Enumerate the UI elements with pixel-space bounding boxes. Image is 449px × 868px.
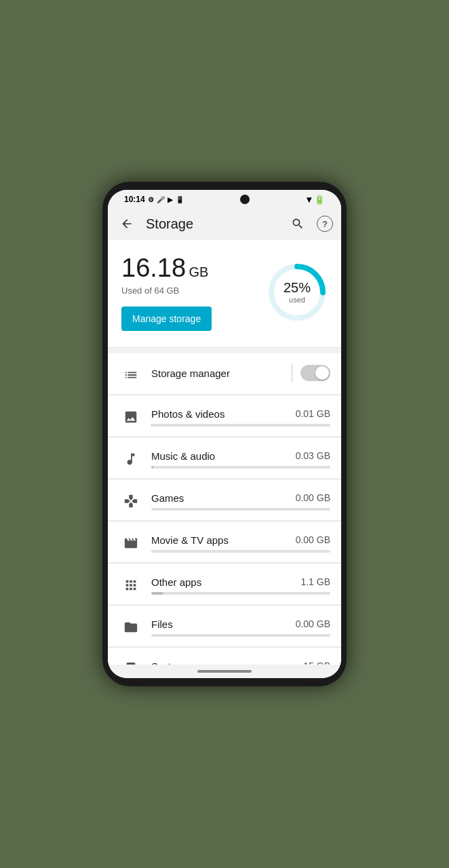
list-item-files[interactable]: Files 0.00 GB (108, 606, 341, 647)
donut-percent: 25% (284, 279, 311, 296)
storage-donut-chart: 25% used (267, 262, 328, 323)
files-progress-bg (151, 634, 330, 637)
other-apps-progress-bg (151, 592, 330, 595)
status-left: 10:14 ⚙ 🎤 ▶ 📱 (124, 195, 184, 204)
back-button[interactable] (116, 213, 138, 235)
phone-frame: 10:14 ⚙ 🎤 ▶ 📱 ▾ 🔋 Storage (102, 182, 347, 686)
help-button[interactable]: ? (317, 216, 333, 232)
phone-screen: 10:14 ⚙ 🎤 ▶ 📱 ▾ 🔋 Storage (108, 190, 341, 678)
photos-icon (119, 405, 143, 429)
app-bar: Storage ? (108, 208, 341, 240)
music-content: Music & audio 0.03 GB (151, 450, 330, 469)
camera-notch (240, 195, 250, 204)
storage-used-gb: 16.18 (121, 254, 186, 282)
list-item-storage-manager[interactable]: Storage manager (108, 353, 341, 395)
music-progress-bg (151, 466, 330, 469)
list-item-music[interactable]: Music & audio 0.03 GB (108, 437, 341, 479)
movies-size: 0.00 GB (296, 534, 330, 545)
other-apps-progress-fill (151, 592, 163, 595)
divider-top (108, 347, 341, 348)
search-button[interactable] (287, 213, 309, 235)
storage-manager-toggle[interactable] (300, 365, 330, 381)
movies-row: Movie & TV apps 0.00 GB (151, 534, 330, 546)
storage-manager-content: Storage manager (151, 363, 330, 387)
list-item-other-apps[interactable]: Other apps 1.1 GB (108, 564, 341, 605)
status-right: ▾ 🔋 (307, 194, 325, 205)
manage-storage-button[interactable]: Manage storage (121, 307, 212, 331)
list-item-system[interactable]: System 15 GB (108, 648, 341, 665)
page-title: Storage (146, 216, 279, 232)
list-item-photos[interactable]: Photos & videos 0.01 GB (108, 395, 341, 437)
storage-manager-name: Storage manager (151, 368, 230, 379)
storage-used-unit: GB (189, 264, 209, 279)
status-bar: 10:14 ⚙ 🎤 ▶ 📱 ▾ 🔋 (108, 190, 341, 208)
photos-size: 0.01 GB (296, 408, 330, 419)
music-icon (119, 447, 143, 471)
status-time: 10:14 (124, 195, 145, 204)
play-icon: ▶ (168, 196, 173, 203)
music-row: Music & audio 0.03 GB (151, 450, 330, 462)
list-item-movies[interactable]: Movie & TV apps 0.00 GB (108, 521, 341, 563)
photos-progress-bg (151, 424, 330, 427)
photos-progress-fill (151, 424, 152, 427)
games-size: 0.00 GB (296, 492, 330, 503)
storage-manager-row: Storage manager (151, 363, 330, 382)
storage-total-text: Used of 64 GB (121, 285, 212, 296)
storage-list: Storage manager (108, 353, 341, 665)
wifi-icon: ▾ (307, 194, 311, 205)
games-icon (119, 489, 143, 513)
phone-icon: 📱 (176, 196, 184, 203)
files-icon (119, 615, 143, 639)
games-content: Games 0.00 GB (151, 492, 330, 511)
music-size: 0.03 GB (296, 450, 330, 461)
apps-icon (119, 573, 143, 597)
toggle-row (284, 363, 330, 382)
movies-name: Movie & TV apps (151, 534, 229, 546)
storage-info: 16.18 GB Used of 64 GB Manage storage (121, 254, 212, 331)
other-apps-row: Other apps 1.1 GB (151, 576, 330, 588)
movies-progress-bg (151, 550, 330, 553)
donut-label: used (284, 296, 311, 304)
games-row: Games 0.00 GB (151, 492, 330, 504)
home-indicator (108, 665, 341, 678)
gear-icon: ⚙ (148, 196, 154, 203)
other-apps-content: Other apps 1.1 GB (151, 576, 330, 595)
list-icon (119, 363, 143, 387)
photos-row: Photos & videos 0.01 GB (151, 408, 330, 420)
storage-used-display: 16.18 GB (121, 254, 212, 283)
system-icon (119, 657, 143, 665)
music-progress-fill (151, 466, 153, 469)
music-name: Music & audio (151, 450, 215, 462)
movies-content: Movie & TV apps 0.00 GB (151, 534, 330, 553)
donut-text: 25% used (284, 279, 311, 304)
photos-name: Photos & videos (151, 408, 224, 420)
mic-icon: 🎤 (157, 196, 165, 203)
games-name: Games (151, 492, 184, 504)
files-content: Files 0.00 GB (151, 618, 330, 637)
other-apps-size: 1.1 GB (300, 576, 330, 587)
content-area: 16.18 GB Used of 64 GB Manage storage 25… (108, 240, 341, 665)
games-progress-bg (151, 508, 330, 511)
battery-icon: 🔋 (314, 195, 325, 205)
home-bar (197, 670, 252, 673)
other-apps-name: Other apps (151, 576, 201, 588)
storage-summary: 16.18 GB Used of 64 GB Manage storage 25… (108, 240, 341, 347)
toggle-divider (292, 363, 292, 382)
movies-icon (119, 531, 143, 555)
files-size: 0.00 GB (296, 618, 330, 629)
files-name: Files (151, 618, 173, 630)
files-row: Files 0.00 GB (151, 618, 330, 630)
photos-content: Photos & videos 0.01 GB (151, 408, 330, 427)
list-item-games[interactable]: Games 0.00 GB (108, 479, 341, 521)
